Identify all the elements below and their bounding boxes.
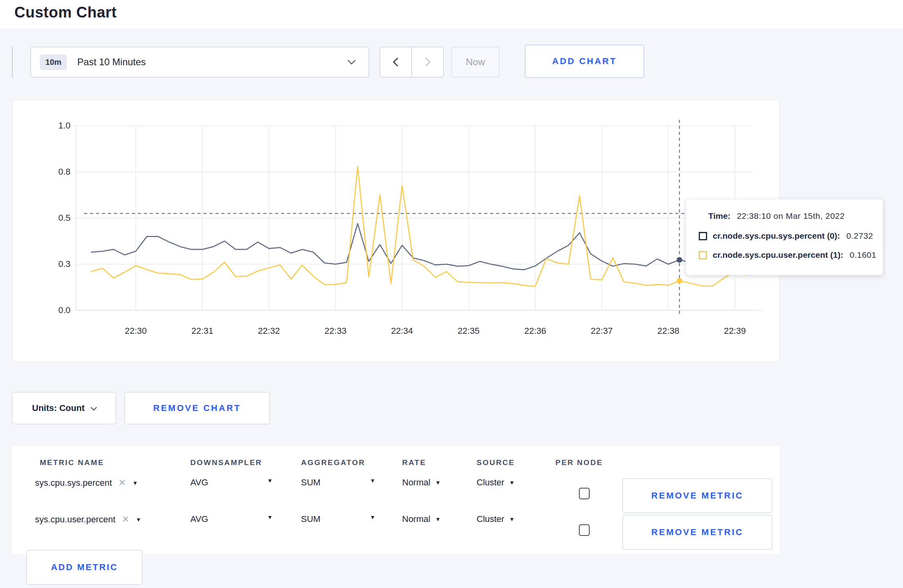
toolbar-divider xyxy=(12,47,13,78)
rate-dropdown[interactable]: Normal ▼ xyxy=(402,514,441,524)
aggregator-value[interactable]: SUM xyxy=(301,477,321,488)
y-axis-tick-label: 0.3 xyxy=(58,259,70,269)
add-chart-button[interactable]: ADD CHART xyxy=(525,45,644,78)
y-axis-tick-label: 0.5 xyxy=(58,213,70,223)
y-axis-tick-label: 0.8 xyxy=(58,167,70,177)
x-axis-tick-label: 22:37 xyxy=(591,326,613,336)
prev-range-button[interactable] xyxy=(380,47,411,77)
source-dropdown[interactable]: Cluster ▼ xyxy=(477,514,515,524)
crosshair-dot-user xyxy=(676,278,682,284)
aggregator-caret-icon[interactable]: ▼ xyxy=(370,477,375,484)
y-axis-tick-label: 1.0 xyxy=(58,121,70,130)
x-axis-tick-label: 22:35 xyxy=(457,326,479,336)
chevron-right-icon xyxy=(422,58,431,67)
time-nav-group xyxy=(379,47,444,78)
tooltip-time-value: 22:38:10 on Mar 15th, 2022 xyxy=(737,211,845,221)
dropdown-caret-icon: ▼ xyxy=(435,516,441,522)
downsampler-caret-icon[interactable]: ▼ xyxy=(267,477,273,484)
metric-name-value: sys.cpu.sys.percent xyxy=(35,478,112,488)
table-row: sys.cpu.sys.percent ✕ ▼ AVG ▼ SUM ▼ Norm… xyxy=(12,477,780,514)
add-metric-button[interactable]: ADD METRIC xyxy=(26,550,143,585)
chart-tooltip: Time: 22:38:10 on Mar 15th, 2022 cr.node… xyxy=(686,199,883,275)
x-axis-tick-label: 22:31 xyxy=(192,326,213,336)
x-axis-tick-label: 22:34 xyxy=(391,326,413,336)
rate-value: Normal xyxy=(402,477,430,488)
dropdown-caret-icon[interactable]: ▼ xyxy=(136,516,141,523)
series-line-user xyxy=(92,166,746,286)
series-swatch-user-icon xyxy=(699,251,707,259)
col-header-metric-name: METRIC NAME xyxy=(40,458,104,467)
col-header-downsampler: DOWNSAMPLER xyxy=(190,458,262,467)
metric-name-value: sys.cpu.user.percent xyxy=(35,514,115,525)
crosshair-dot-sys xyxy=(676,257,682,263)
source-value: Cluster xyxy=(477,477,504,488)
per-node-checkbox[interactable] xyxy=(579,488,590,499)
x-axis-tick-label: 22:33 xyxy=(324,326,346,336)
downsampler-value[interactable]: AVG xyxy=(190,477,208,488)
series-swatch-sys-icon xyxy=(699,232,707,240)
now-button[interactable]: Now xyxy=(451,47,500,78)
tooltip-series-sys-value: 0.2732 xyxy=(846,231,873,241)
remove-chart-button[interactable]: REMOVE CHART xyxy=(124,392,270,424)
dropdown-caret-icon: ▼ xyxy=(509,479,515,486)
x-axis-tick-label: 22:32 xyxy=(258,326,280,336)
page-title: Custom Chart xyxy=(14,4,117,21)
units-select[interactable]: Units: Count xyxy=(12,392,116,424)
downsampler-value[interactable]: AVG xyxy=(190,514,208,524)
units-label: Units: Count xyxy=(32,403,85,413)
x-axis-tick-label: 22:30 xyxy=(125,326,147,336)
y-axis-tick-label: 0.0 xyxy=(58,305,70,315)
aggregator-value[interactable]: SUM xyxy=(301,514,321,524)
source-dropdown[interactable]: Cluster ▼ xyxy=(477,477,515,488)
x-axis-tick-label: 22:39 xyxy=(724,326,746,336)
table-row: sys.cpu.user.percent ✕ ▼ AVG ▼ SUM ▼ Nor… xyxy=(12,514,780,551)
time-range-label: Past 10 Minutes xyxy=(77,56,146,68)
dropdown-caret-icon[interactable]: ▼ xyxy=(132,480,138,486)
aggregator-caret-icon[interactable]: ▼ xyxy=(370,514,375,520)
metric-name-dropdown[interactable]: sys.cpu.sys.percent ✕ ▼ xyxy=(35,477,138,488)
downsampler-caret-icon[interactable]: ▼ xyxy=(267,514,273,520)
clear-metric-icon[interactable]: ✕ xyxy=(122,514,129,525)
metrics-line-chart[interactable]: 22:3022:3122:3222:3322:3422:3522:3622:37… xyxy=(12,100,780,362)
x-axis-tick-label: 22:36 xyxy=(524,326,546,336)
col-header-source: SOURCE xyxy=(477,458,515,467)
tooltip-series-sys-label: cr.node.sys.cpu.sys.percent (0): xyxy=(713,231,840,241)
chart-card: 22:3022:3122:3222:3322:3422:3522:3622:37… xyxy=(12,99,780,362)
col-header-aggregator: AGGREGATOR xyxy=(301,458,366,467)
remove-metric-button[interactable]: REMOVE METRIC xyxy=(622,478,772,513)
metric-name-dropdown[interactable]: sys.cpu.user.percent ✕ ▼ xyxy=(35,514,141,525)
next-range-button[interactable] xyxy=(411,47,443,77)
chevron-down-icon xyxy=(91,404,97,411)
x-axis-tick-label: 22:38 xyxy=(657,326,679,336)
time-range-select[interactable]: 10m Past 10 Minutes xyxy=(30,47,369,78)
source-value: Cluster xyxy=(477,514,504,524)
chevron-left-icon xyxy=(393,58,402,67)
per-node-checkbox[interactable] xyxy=(579,524,590,536)
rate-dropdown[interactable]: Normal ▼ xyxy=(402,477,441,488)
tooltip-series-user-label: cr.node.sys.cpu.user.percent (1): xyxy=(713,250,843,260)
tooltip-series-user-value: 0.1601 xyxy=(850,250,876,260)
dropdown-caret-icon: ▼ xyxy=(435,479,441,486)
header-strip xyxy=(0,0,903,29)
clear-metric-icon[interactable]: ✕ xyxy=(118,477,126,488)
col-header-rate: RATE xyxy=(402,458,426,467)
time-range-badge: 10m xyxy=(40,55,67,70)
tooltip-time-label: Time: xyxy=(708,211,731,221)
remove-metric-button[interactable]: REMOVE METRIC xyxy=(622,515,772,550)
col-header-per-node: PER NODE xyxy=(555,458,603,467)
chevron-down-icon xyxy=(348,56,356,64)
metrics-table: METRIC NAME DOWNSAMPLER AGGREGATOR RATE … xyxy=(12,446,780,554)
dropdown-caret-icon: ▼ xyxy=(509,516,515,522)
rate-value: Normal xyxy=(402,514,430,524)
